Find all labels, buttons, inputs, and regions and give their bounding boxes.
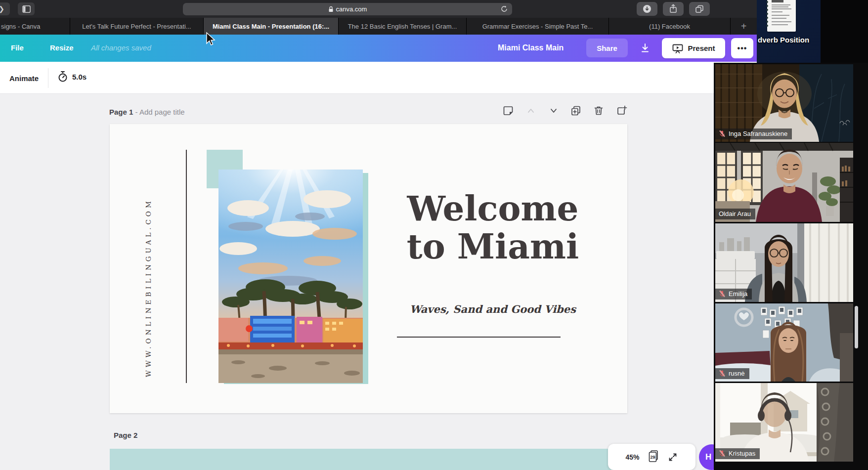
download-icon (640, 43, 651, 53)
tab-future-perfect[interactable]: Let's Talk Future Perfect - Presentati..… (70, 18, 204, 35)
participant-name-tag: Kristupas (715, 448, 760, 459)
editor-canvas: Page 1 - Add page title WWW.ONLINEBILING… (0, 94, 757, 470)
downloads-icon[interactable] (637, 2, 657, 16)
delete-page-icon[interactable] (593, 105, 605, 117)
page2-label[interactable]: Page 2 (114, 431, 137, 439)
tab-bar: signs - Canva Let's Talk Future Perfect … (0, 18, 757, 35)
move-page-down-icon[interactable] (548, 105, 560, 117)
miami-beach-photo[interactable] (218, 170, 363, 383)
slide-page-1[interactable]: WWW.ONLINEBILINGUAL.COM (110, 124, 627, 413)
video-call-window: Inga Safranauskiene (714, 63, 868, 470)
mouse-cursor (205, 32, 216, 46)
browser-toolbar: ❯ canva.com (0, 0, 757, 18)
fullscreen-icon[interactable] (667, 452, 678, 463)
save-status: All changes saved (91, 43, 151, 52)
present-button[interactable]: Present (662, 38, 725, 58)
page1-label: Page 1 (109, 108, 133, 116)
more-options-button[interactable]: ••• (731, 38, 753, 58)
lock-icon (328, 6, 334, 12)
tab-overview-icon[interactable] (689, 2, 710, 16)
slide-page-2[interactable] (110, 449, 627, 470)
participant-name-tag: Oldair Arau (715, 209, 755, 219)
zoom-level[interactable]: 45% (625, 453, 639, 461)
page1-header[interactable]: Page 1 - Add page title (109, 108, 185, 116)
canva-topbar: File Resize All changes saved Miami Clas… (0, 35, 757, 62)
add-page-icon[interactable] (615, 105, 627, 117)
website-text[interactable]: WWW.ONLINEBILINGUAL.COM (144, 162, 152, 377)
sidebar-toggle-icon[interactable] (18, 2, 35, 15)
desktop-file-label[interactable]: dverb Position (758, 36, 822, 44)
vertical-rule[interactable] (186, 150, 187, 383)
mic-muted-icon (719, 130, 726, 137)
zoom-controls: 45% 29 (608, 444, 695, 470)
duration-button[interactable]: 5.0s (57, 71, 87, 83)
reload-icon[interactable] (500, 5, 508, 13)
move-page-up-icon[interactable] (525, 105, 537, 117)
duplicate-page-icon[interactable] (570, 105, 582, 117)
tab-grammar-exercises[interactable]: Grammar Exercises - Simple Past Te... (467, 18, 609, 35)
document-title[interactable]: Miami Class Main (498, 43, 564, 52)
participant-tile[interactable]: Inga Safranauskiene (715, 64, 853, 142)
download-button[interactable] (634, 39, 656, 57)
screen: dverb Position ❯ canva.com (0, 0, 868, 470)
participant-tile[interactable]: rusnė (715, 303, 853, 382)
animate-button[interactable]: Animate (5, 72, 43, 85)
canva-subtoolbar: Animate 5.0s (0, 62, 757, 94)
page-count-icon[interactable]: 29 (648, 450, 659, 465)
participant-name-tag: rusnė (715, 368, 749, 379)
slide-heading[interactable]: Welcome to Miami (377, 189, 609, 266)
participant-tile[interactable]: Oldair Arau (715, 143, 853, 222)
address-bar[interactable]: canva.com (183, 3, 512, 15)
notes-icon[interactable] (502, 105, 514, 117)
participant-tile[interactable]: Emilija (715, 223, 853, 302)
desktop-file-icon[interactable] (767, 0, 796, 32)
resize-menu[interactable]: Resize (50, 43, 74, 52)
present-icon (672, 43, 684, 54)
address-text: canva.com (336, 5, 367, 13)
browser-window: ❯ canva.com signs - Canva Let's Talk Fut (0, 0, 757, 470)
slide-subheading[interactable]: Waves, Sand and Good Vibes (377, 303, 609, 315)
mic-muted-icon (719, 290, 726, 298)
toolbar-divider (48, 68, 48, 88)
new-tab-button[interactable]: + (731, 18, 757, 35)
call-scrollbar[interactable] (855, 306, 858, 348)
participant-name-tag: Inga Safranauskiene (715, 128, 792, 139)
horizontal-rule[interactable] (397, 337, 561, 338)
tab-facebook[interactable]: (11) Facebook (609, 18, 731, 35)
svg-text:29: 29 (650, 455, 655, 460)
tab-designs-canva[interactable]: signs - Canva (0, 18, 70, 35)
mic-muted-icon (719, 370, 726, 377)
share-button[interactable]: Share (586, 39, 628, 57)
mic-muted-icon (719, 450, 726, 457)
page1-title-placeholder[interactable]: - Add page title (135, 108, 185, 116)
share-sheet-icon[interactable] (663, 2, 684, 16)
tab-english-tenses[interactable]: The 12 Basic English Tenses | Gram... (339, 18, 467, 35)
file-menu[interactable]: File (11, 43, 24, 52)
page-action-icons (502, 105, 627, 117)
stopwatch-icon (57, 71, 68, 83)
participant-tile[interactable]: Kristupas (715, 383, 853, 462)
participant-name-tag: Emilija (715, 289, 752, 299)
forward-icon[interactable]: ❯ (0, 2, 10, 15)
tab-miami-class-main[interactable]: Miami Class Main - Presentation (16:... (204, 18, 339, 35)
